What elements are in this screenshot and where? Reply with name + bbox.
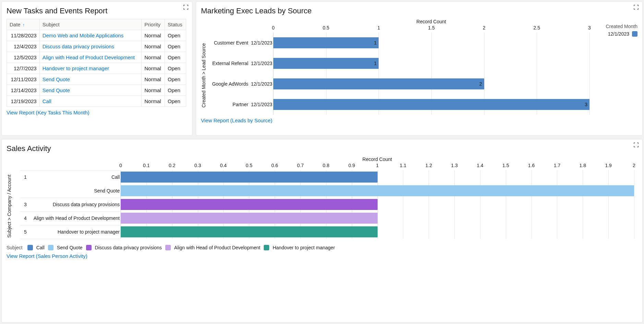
- panel-title: Marketing Exec Leads by Source: [201, 7, 637, 15]
- panel-tasks: New Tasks and Events Report Date↑ Subjec…: [1, 1, 192, 136]
- cell-date: 12/11/2023: [7, 74, 40, 85]
- x-axis-title: Record Count: [273, 19, 589, 24]
- expand-icon[interactable]: [633, 4, 639, 11]
- panel-title: Sales Activity: [7, 144, 637, 153]
- bar[interactable]: 1: [273, 58, 379, 69]
- table-row: 12/7/2023Handover to project managerNorm…: [7, 63, 186, 74]
- cell-date: 12/5/2023: [7, 52, 40, 63]
- bar-value: 1: [374, 61, 377, 66]
- bar-value: 3: [585, 102, 587, 107]
- table-row: 11/28/2023Demo Web and Mobile Applicatio…: [7, 30, 186, 41]
- cell-date: 11/28/2023: [7, 30, 40, 41]
- legend-item-label: Handover to project manager: [273, 245, 335, 250]
- cell-subject: Call: [39, 96, 142, 107]
- cell-status: Open: [165, 85, 186, 96]
- cell-subject: Discuss data privacy provisions: [39, 41, 142, 52]
- x-tick: 1.8: [580, 163, 586, 168]
- bar[interactable]: [121, 213, 378, 224]
- group-label: 1: [20, 174, 31, 180]
- cell-date: 12/4/2023: [7, 41, 40, 52]
- y-tick-subject: Discuss data privacy provisions: [53, 202, 120, 207]
- bar[interactable]: [121, 185, 634, 196]
- task-link[interactable]: Send Quote: [43, 87, 70, 93]
- col-date-label: Date: [10, 22, 21, 27]
- group-label: 5: [20, 229, 31, 235]
- panel-sales: Sales Activity Subject > Company / Accou…: [1, 139, 643, 323]
- y-tick-subject: Align with Head of Product Development: [34, 215, 120, 221]
- expand-icon[interactable]: [183, 4, 189, 11]
- x-tick: 0.6: [271, 163, 278, 168]
- cell-priority: Normal: [142, 85, 165, 96]
- x-tick: 1.5: [502, 163, 509, 168]
- table-row: 12/4/2023Discuss data privacy provisions…: [7, 41, 186, 52]
- table-row: 12/14/2023Send QuoteNormalOpen: [7, 85, 186, 96]
- x-tick: 0.9: [348, 163, 355, 168]
- cell-subject: Send Quote: [39, 74, 142, 85]
- y-tick-subject: Handover to project manager: [58, 229, 120, 235]
- tasks-table: Date↑ Subject Priority Status 11/28/2023…: [7, 19, 186, 107]
- task-link[interactable]: Handover to project manager: [43, 65, 109, 71]
- group-label: 4: [20, 215, 31, 221]
- bar[interactable]: [121, 172, 378, 183]
- legend-swatch: [165, 245, 171, 250]
- legend-item-label: Call: [36, 245, 45, 250]
- cell-subject: Handover to project manager: [39, 63, 142, 74]
- cell-status: Open: [165, 96, 186, 107]
- y-axis-title: Created Month > Lead Source: [201, 39, 206, 111]
- x-tick: 1.9: [605, 163, 611, 168]
- x-tick: 2: [633, 163, 635, 168]
- cell-status: Open: [165, 41, 186, 52]
- bar[interactable]: [121, 226, 378, 237]
- y-tick-source: External Referral: [212, 61, 248, 66]
- y-tick-subject: Call: [111, 174, 120, 180]
- panel-title: New Tasks and Events Report: [7, 7, 187, 15]
- bar[interactable]: 2: [273, 78, 484, 89]
- cell-priority: Normal: [142, 74, 165, 85]
- task-link[interactable]: Demo Web and Mobile Applications: [43, 33, 124, 38]
- bar[interactable]: 1: [273, 37, 379, 48]
- bar[interactable]: 3: [273, 99, 589, 110]
- cell-priority: Normal: [142, 30, 165, 41]
- cell-status: Open: [165, 74, 186, 85]
- bar-value: 1: [374, 40, 377, 46]
- cell-priority: Normal: [142, 41, 165, 52]
- y-tick-source: Customer Event: [214, 40, 248, 46]
- x-tick: 0.8: [323, 163, 329, 168]
- table-row: 12/19/2023CallNormalOpen: [7, 96, 186, 107]
- x-tick: 0.4: [220, 163, 227, 168]
- col-status[interactable]: Status: [165, 19, 186, 30]
- task-link[interactable]: Call: [43, 98, 51, 104]
- cell-priority: Normal: [142, 52, 165, 63]
- task-link[interactable]: Send Quote: [43, 76, 70, 82]
- col-subject[interactable]: Subject: [39, 19, 142, 30]
- x-tick: 0: [272, 25, 275, 30]
- col-date[interactable]: Date↑: [7, 19, 40, 30]
- view-report-leads[interactable]: View Report (Leads by Source): [201, 117, 272, 123]
- cell-status: Open: [165, 52, 186, 63]
- x-tick: 0.3: [194, 163, 201, 168]
- cell-status: Open: [165, 63, 186, 74]
- x-axis-title: Record Count: [120, 157, 634, 162]
- legend-title: Subject: [7, 245, 23, 250]
- cell-status: Open: [165, 30, 186, 41]
- cell-priority: Normal: [142, 96, 165, 107]
- legend-swatch: [86, 245, 92, 250]
- view-report-tasks[interactable]: View Report (Key Tasks This Month): [7, 110, 90, 115]
- bar[interactable]: [121, 199, 378, 210]
- legend-item-label: Send Quote: [57, 245, 83, 250]
- task-link[interactable]: Discuss data privacy provisions: [43, 43, 114, 49]
- x-tick: 1.6: [528, 163, 535, 168]
- task-link[interactable]: Align with Head of Product Development: [43, 54, 135, 60]
- y-tick-source: Google AdWords: [212, 81, 248, 87]
- expand-icon[interactable]: [633, 142, 639, 149]
- bar-value: 2: [479, 81, 482, 87]
- x-tick: 0: [119, 163, 122, 168]
- x-tick: 1.1: [400, 163, 406, 168]
- x-tick: 2.5: [534, 25, 540, 30]
- x-tick: 2: [483, 25, 486, 30]
- col-priority[interactable]: Priority: [142, 19, 165, 30]
- view-report-sales[interactable]: View Report (Sales Person Activity): [7, 253, 87, 259]
- y-tick-subject: Send Quote: [94, 188, 120, 194]
- cell-subject: Demo Web and Mobile Applications: [39, 30, 142, 41]
- x-tick: 0.1: [143, 163, 150, 168]
